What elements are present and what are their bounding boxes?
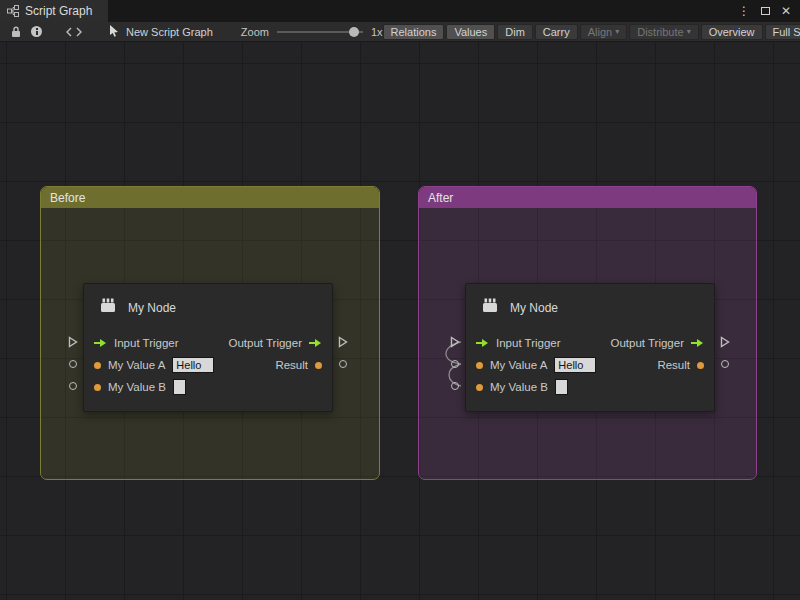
zoom-label: Zoom — [241, 26, 269, 38]
tab-script-graph[interactable]: Script Graph — [0, 0, 108, 22]
chevron-down-icon: ▾ — [615, 28, 619, 36]
node-icon — [479, 295, 501, 321]
carry-button[interactable]: Carry — [535, 24, 578, 40]
tab-title: Script Graph — [25, 4, 92, 18]
graph-toolbar: New Script Graph Zoom 1x Relations Value… — [0, 22, 800, 42]
lock-icon[interactable] — [6, 22, 26, 41]
overview-button[interactable]: Overview — [701, 24, 763, 40]
value-b-label: My Value B — [490, 381, 548, 393]
value-b-port-icon[interactable] — [476, 384, 483, 391]
relations-button[interactable]: Relations — [383, 24, 445, 40]
value-a-input[interactable] — [554, 357, 596, 373]
value-b-port-icon[interactable] — [94, 384, 101, 391]
port-row-value-a: My Value A Result — [84, 354, 332, 376]
node-title: My Node — [510, 301, 558, 315]
zoom-slider-handle[interactable] — [349, 27, 359, 37]
flow-in-icon[interactable] — [476, 338, 489, 348]
align-button[interactable]: Align▾ — [580, 24, 627, 40]
output-trigger-label: Output Trigger — [228, 337, 302, 349]
value-a-outer-port[interactable] — [451, 360, 459, 368]
close-icon[interactable]: ✕ — [781, 5, 791, 17]
window-controls: ⋮ ✕ — [738, 0, 800, 22]
flow-in-outer-port[interactable] — [450, 336, 460, 348]
more-icon[interactable]: ⋮ — [738, 5, 750, 17]
tab-bar-spacer — [108, 0, 738, 22]
result-outer-port[interactable] — [721, 360, 729, 368]
node-body[interactable]: My Node Input Trigger Output Trigger My … — [83, 283, 333, 412]
port-row-trigger: Input Trigger Output Trigger — [84, 332, 332, 354]
value-a-outer-port[interactable] — [69, 360, 77, 368]
graph-canvas[interactable]: Before After My Node — [0, 42, 800, 600]
zoom-control: Zoom 1x — [241, 26, 383, 38]
flow-in-icon[interactable] — [94, 338, 107, 348]
dim-button[interactable]: Dim — [497, 24, 533, 40]
node-header[interactable]: My Node — [466, 284, 714, 332]
result-outer-port[interactable] — [339, 360, 347, 368]
value-a-port-icon[interactable] — [94, 362, 101, 369]
group-before-title: Before — [50, 191, 85, 205]
chevron-down-icon: ▾ — [687, 28, 691, 36]
value-a-label: My Value A — [490, 359, 547, 371]
node-my-node-before[interactable]: My Node Input Trigger Output Trigger My … — [65, 283, 351, 412]
value-b-input[interactable] — [173, 379, 186, 395]
graph-name-label: New Script Graph — [126, 26, 213, 38]
values-button[interactable]: Values — [446, 24, 495, 40]
value-b-outer-port[interactable] — [69, 382, 77, 390]
result-label: Result — [275, 359, 308, 371]
result-port-icon[interactable] — [315, 362, 322, 369]
input-trigger-label: Input Trigger — [114, 337, 179, 349]
value-a-label: My Value A — [108, 359, 165, 371]
info-icon[interactable] — [26, 22, 47, 41]
node-my-node-after[interactable]: My Node Input Trigger Output Trigger My … — [447, 283, 733, 412]
group-before-header[interactable]: Before — [41, 187, 379, 208]
zoom-value: 1x — [371, 26, 383, 38]
port-row-value-b: My Value B — [84, 376, 332, 398]
toolbar-buttons: Relations Values Dim Carry Align▾ Distri… — [383, 22, 800, 41]
fullscreen-button[interactable]: Full Scr — [765, 24, 800, 40]
node-icon — [97, 295, 119, 321]
cursor-icon — [109, 25, 120, 39]
input-trigger-label: Input Trigger — [496, 337, 561, 349]
flow-in-outer-port[interactable] — [68, 336, 78, 348]
node-body[interactable]: My Node Input Trigger Output Trigger My … — [465, 283, 715, 412]
flow-out-outer-port[interactable] — [720, 336, 730, 348]
group-after-header[interactable]: After — [419, 187, 756, 208]
output-trigger-label: Output Trigger — [610, 337, 684, 349]
port-row-value-b: My Value B — [466, 376, 714, 398]
value-b-outer-port[interactable] — [451, 382, 459, 390]
result-label: Result — [657, 359, 690, 371]
maximize-icon[interactable] — [761, 5, 770, 17]
graph-name[interactable]: New Script Graph — [109, 25, 213, 39]
value-a-port-icon[interactable] — [476, 362, 483, 369]
zoom-slider[interactable] — [277, 31, 363, 33]
value-b-input[interactable] — [555, 379, 568, 395]
flow-out-icon[interactable] — [309, 338, 322, 348]
node-title: My Node — [128, 301, 176, 315]
result-port-icon[interactable] — [697, 362, 704, 369]
port-row-trigger: Input Trigger Output Trigger — [466, 332, 714, 354]
script-graph-icon — [7, 5, 19, 17]
code-icon[interactable] — [61, 22, 87, 41]
flow-out-outer-port[interactable] — [338, 336, 348, 348]
group-after-title: After — [428, 191, 453, 205]
flow-out-icon[interactable] — [691, 338, 704, 348]
port-row-value-a: My Value A Result — [466, 354, 714, 376]
tab-bar: Script Graph ⋮ ✕ — [0, 0, 800, 22]
distribute-button[interactable]: Distribute▾ — [629, 24, 698, 40]
value-a-input[interactable] — [172, 357, 214, 373]
value-b-label: My Value B — [108, 381, 166, 393]
node-header[interactable]: My Node — [84, 284, 332, 332]
